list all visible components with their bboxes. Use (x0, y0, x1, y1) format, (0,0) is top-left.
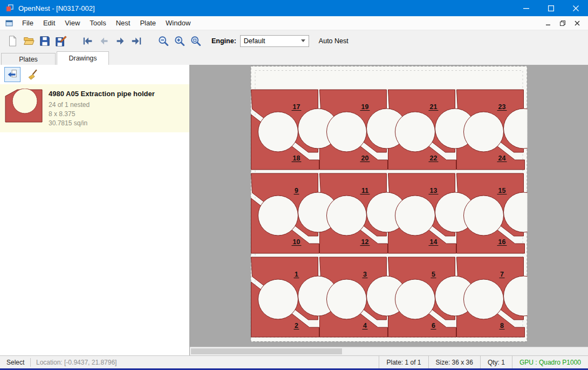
window-title: OpenNest - [N0317-002] (18, 4, 95, 12)
minimize-button[interactable] (514, 0, 538, 16)
mdi-restore-icon (559, 20, 566, 26)
svg-text:1: 1 (295, 271, 298, 278)
svg-text:22: 22 (430, 154, 437, 162)
close-icon (573, 5, 579, 11)
svg-text:15: 15 (498, 187, 506, 194)
engine-select[interactable]: Default (240, 35, 309, 47)
mdi-minimize-button[interactable] (542, 18, 555, 29)
plate-area[interactable]: 171819202122232491011121314151612345678 (190, 65, 588, 347)
svg-text:7: 7 (500, 271, 504, 278)
svg-text:6: 6 (432, 322, 435, 329)
menu-edit[interactable]: Edit (38, 16, 60, 30)
engine-label: Engine: (211, 37, 236, 45)
tab-strip: Plates Drawings (0, 51, 588, 65)
return-unnested-button[interactable] (4, 67, 20, 82)
svg-text:20: 20 (361, 154, 369, 162)
save-edit-button[interactable] (53, 33, 69, 49)
svg-text:10: 10 (293, 238, 300, 246)
tab-plates[interactable]: Plates (1, 53, 56, 65)
maximize-button[interactable] (538, 0, 563, 16)
menu-tools[interactable]: Tools (85, 16, 111, 30)
svg-text:21: 21 (430, 103, 437, 111)
svg-text:4: 4 (363, 322, 367, 329)
svg-text:16: 16 (498, 238, 506, 246)
mdi-minimize-icon (545, 20, 551, 26)
svg-text:3: 3 (363, 271, 367, 278)
document-window-icon (5, 19, 13, 28)
svg-text:9: 9 (295, 187, 298, 194)
maximize-icon (548, 5, 554, 11)
zoom-in-icon (174, 35, 186, 47)
status-size: Size: 36 x 36 (428, 356, 480, 368)
content-area: 4980 A05 Extraction pipe holder 24 of 1 … (0, 65, 588, 355)
go-next-icon (114, 35, 126, 47)
menu-nest[interactable]: Nest (111, 16, 135, 30)
zoom-in-button[interactable] (172, 33, 188, 49)
zoom-fit-button[interactable] (188, 33, 204, 49)
main-toolbar: Engine: Default Auto Nest (0, 30, 588, 51)
mdi-close-icon (574, 20, 580, 26)
menu-file[interactable]: File (17, 16, 38, 30)
minimize-icon (523, 5, 529, 11)
drawing-list-item[interactable]: 4980 A05 Extraction pipe holder 24 of 1 … (0, 84, 189, 132)
menu-view[interactable]: View (60, 16, 85, 30)
horizontal-scrollbar-thumb[interactable] (191, 348, 342, 354)
zoom-out-button[interactable] (155, 33, 172, 49)
open-button[interactable] (20, 33, 37, 49)
svg-text:12: 12 (361, 238, 369, 246)
menu-window[interactable]: Window (161, 16, 195, 30)
svg-text:11: 11 (361, 187, 368, 194)
svg-text:17: 17 (293, 103, 300, 111)
svg-text:13: 13 (430, 187, 437, 194)
broom-icon (27, 69, 39, 80)
save-floppy-icon (39, 35, 51, 47)
status-mode: Select (0, 359, 30, 366)
mdi-restore-button[interactable] (556, 18, 569, 29)
status-bar: Select Location: [-0.9437, 21.8796] Plat… (0, 355, 588, 368)
svg-text:23: 23 (498, 103, 506, 111)
svg-text:14: 14 (430, 238, 437, 246)
svg-text:24: 24 (498, 154, 506, 162)
close-button[interactable] (563, 0, 588, 16)
go-previous-icon (98, 35, 110, 47)
svg-text:5: 5 (432, 271, 435, 278)
clear-nest-button[interactable] (25, 67, 41, 82)
app-icon (5, 4, 14, 12)
nest-canvas[interactable]: 171819202122232491011121314151612345678 (190, 65, 588, 355)
panel-toolbar (0, 65, 189, 84)
status-qty: Qty: 1 (480, 356, 512, 368)
title-bar: OpenNest - [N0317-002] (0, 0, 588, 16)
tab-drawings[interactable]: Drawings (57, 51, 109, 65)
svg-text:8: 8 (500, 322, 504, 329)
mdi-close-button[interactable] (571, 18, 584, 29)
horizontal-scrollbar[interactable] (190, 347, 588, 355)
open-folder-icon (23, 35, 35, 47)
drawing-size: 8 x 8.375 (49, 110, 155, 119)
go-first-icon (82, 35, 94, 47)
drawing-nested-count: 24 of 1 nested (49, 100, 155, 110)
tab-plates-label: Plates (19, 56, 38, 63)
first-plate-button[interactable] (80, 33, 96, 49)
drawing-item-info: 4980 A05 Extraction pipe holder 24 of 1 … (49, 89, 155, 128)
zoom-out-icon (158, 35, 169, 47)
last-plate-button[interactable] (128, 33, 145, 49)
zoom-fit-icon (190, 35, 202, 47)
app-window: OpenNest - [N0317-002] File Edit View To… (0, 0, 588, 370)
tab-drawings-label: Drawings (69, 55, 97, 62)
menu-bar: File Edit View Tools Nest Plate Window (0, 16, 588, 30)
next-plate-button[interactable] (112, 33, 128, 49)
status-gpu: GPU : Quadro P1000 (512, 356, 588, 368)
chevron-down-icon (301, 39, 305, 42)
previous-plate-button[interactable] (96, 33, 112, 49)
nest-plate[interactable]: 171819202122232491011121314151612345678 (251, 66, 528, 342)
save-edit-floppy-icon (55, 35, 67, 47)
auto-nest-button[interactable]: Auto Nest (319, 37, 348, 45)
engine-value: Default (241, 37, 301, 45)
save-button[interactable] (37, 33, 53, 49)
drawing-area: 30.7815 sq/in (49, 119, 155, 128)
go-last-icon (131, 35, 142, 47)
svg-text:2: 2 (295, 322, 298, 329)
status-location: Location: [-0.9437, 21.8796] (31, 359, 379, 366)
menu-plate[interactable]: Plate (135, 16, 161, 30)
new-button[interactable] (4, 33, 20, 49)
